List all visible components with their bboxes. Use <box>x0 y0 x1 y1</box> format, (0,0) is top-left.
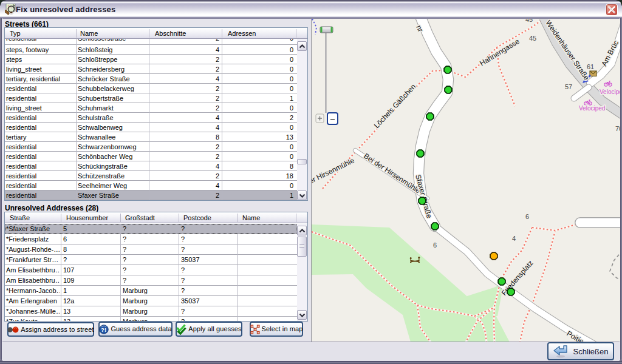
svg-text:57: 57 <box>565 83 572 90</box>
svg-text:70: 70 <box>615 125 620 132</box>
svg-text:61: 61 <box>587 63 594 70</box>
svg-text:Velociped: Velociped <box>600 89 620 95</box>
svg-text:Velociped: Velociped <box>579 105 605 112</box>
svg-text:45: 45 <box>529 35 536 42</box>
svg-text:4: 4 <box>512 235 516 242</box>
svg-text:6: 6 <box>525 213 529 220</box>
svg-text:45: 45 <box>525 19 533 23</box>
svg-text:6: 6 <box>433 241 437 249</box>
svg-text:?!: ?! <box>101 326 106 332</box>
